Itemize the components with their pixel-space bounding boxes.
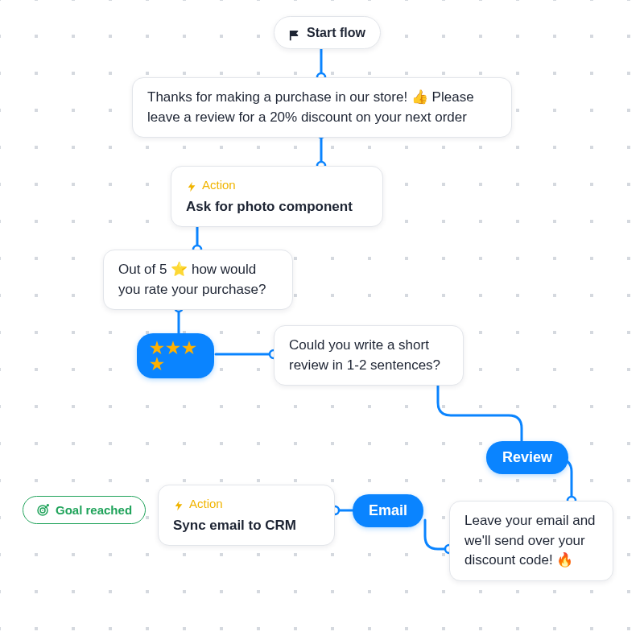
bolt-icon: [186, 180, 197, 191]
start-label: Start flow: [307, 23, 365, 42]
message-text: Could you write a short review in 1-2 se…: [289, 337, 440, 373]
action-photo-node[interactable]: Action Ask for photo component: [171, 166, 383, 227]
action-tag-text: Action: [189, 495, 223, 513]
message-thanks[interactable]: Thanks for making a purchase in our stor…: [132, 77, 512, 138]
message-review-ask[interactable]: Could you write a short review in 1-2 se…: [274, 325, 464, 386]
svg-point-13: [42, 510, 43, 511]
action-title: Ask for photo component: [186, 197, 368, 217]
chip-label: Email: [369, 502, 407, 519]
action-crm-node[interactable]: Action Sync email to CRM: [158, 485, 335, 546]
chip-label: Review: [502, 449, 552, 466]
message-text: Thanks for making a purchase in our stor…: [147, 89, 474, 125]
start-node[interactable]: Start flow: [274, 16, 381, 49]
message-email-ask[interactable]: Leave your email and we'll send over you…: [449, 501, 613, 581]
star-icon: ★: [150, 340, 164, 356]
email-chip[interactable]: Email: [353, 494, 423, 527]
review-chip[interactable]: Review: [486, 441, 568, 474]
goal-badge[interactable]: Goal reached: [23, 496, 146, 524]
flag-icon: [289, 27, 300, 39]
message-rate[interactable]: Out of 5 ⭐ how would you rate your purch…: [103, 250, 293, 310]
message-text: Out of 5 ⭐ how would you rate your purch…: [118, 262, 266, 297]
action-title: Sync email to CRM: [173, 516, 320, 536]
goal-label: Goal reached: [56, 503, 132, 517]
action-tag: Action: [186, 176, 368, 194]
action-tag: Action: [173, 495, 320, 513]
message-text: Leave your email and we'll send over you…: [464, 513, 596, 568]
star-icon: ★: [182, 340, 196, 356]
action-tag-text: Action: [202, 176, 236, 194]
stars-chip[interactable]: ★ ★ ★ ★: [137, 333, 214, 378]
target-icon: [36, 504, 49, 517]
star-icon: ★: [150, 356, 164, 372]
bolt-icon: [173, 498, 184, 510]
star-icon: ★: [166, 340, 180, 356]
